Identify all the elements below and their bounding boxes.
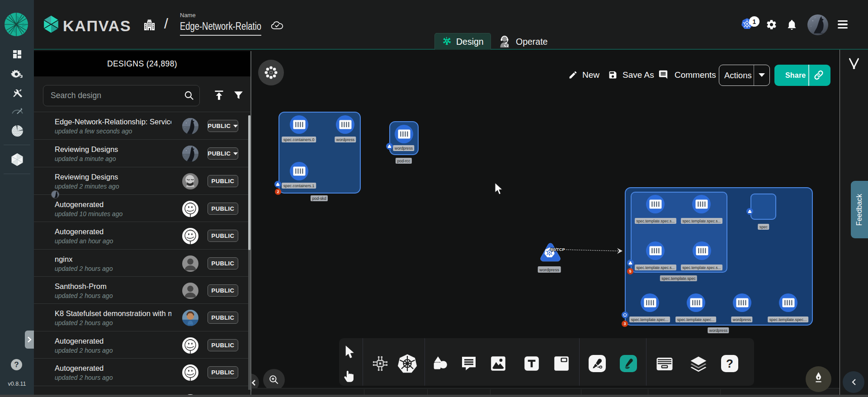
svg-text:KAΠVAS: KAΠVAS <box>63 18 131 34</box>
